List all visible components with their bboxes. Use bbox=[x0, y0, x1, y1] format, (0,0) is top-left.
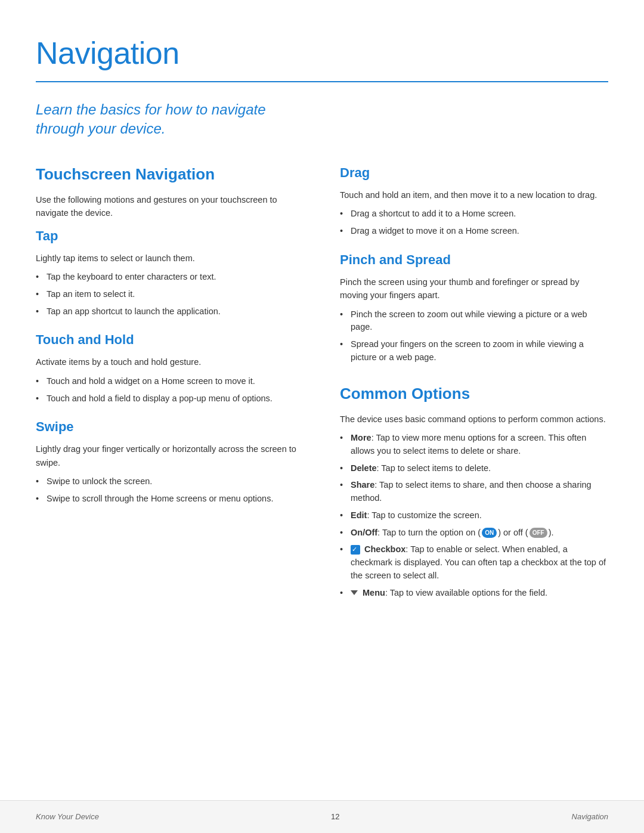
on-badge: ON bbox=[482, 528, 497, 538]
common-options-title: Common Options bbox=[340, 382, 608, 405]
drag-bullet-1: Drag a shortcut to add it to a Home scre… bbox=[340, 208, 608, 221]
common-option-more: More: Tap to view more menu options for … bbox=[340, 432, 608, 458]
drag-title: Drag bbox=[340, 163, 608, 182]
tap-bullet-3: Tap an app shortcut to launch the applic… bbox=[36, 305, 304, 318]
pinch-spread-description: Pinch the screen using your thumb and fo… bbox=[340, 275, 608, 302]
two-column-layout: Touchscreen Navigation Use the following… bbox=[36, 163, 608, 605]
drag-subsection: Drag Touch and hold an item, and then mo… bbox=[340, 163, 608, 238]
footer-page-number: 12 bbox=[331, 811, 339, 823]
intro-tagline: Learn the basics for how to navigate thr… bbox=[36, 100, 310, 139]
drag-bullet-2: Drag a widget to move it on a Home scree… bbox=[340, 225, 608, 238]
touch-hold-bullets: Touch and hold a widget on a Home screen… bbox=[36, 375, 304, 405]
tap-bullet-1: Tap the keyboard to enter characters or … bbox=[36, 271, 304, 284]
tap-bullet-2: Tap an item to select it. bbox=[36, 288, 304, 301]
touch-hold-bullet-1: Touch and hold a widget on a Home screen… bbox=[36, 375, 304, 388]
drag-description: Touch and hold an item, and then move it… bbox=[340, 188, 608, 202]
swipe-subsection: Swipe Lightly drag your finger verticall… bbox=[36, 417, 304, 505]
footer-right: Navigation bbox=[572, 811, 608, 823]
pinch-spread-subsection: Pinch and Spread Pinch the screen using … bbox=[340, 250, 608, 364]
swipe-bullets: Swipe to unlock the screen. Swipe to scr… bbox=[36, 475, 304, 506]
drag-bullets: Drag a shortcut to add it to a Home scre… bbox=[340, 208, 608, 238]
common-option-edit: Edit: Tap to customize the screen. bbox=[340, 509, 608, 522]
touch-hold-title: Touch and Hold bbox=[36, 330, 304, 349]
swipe-description: Lightly drag your finger vertically or h… bbox=[36, 442, 304, 469]
tap-subsection: Tap Lightly tap items to select or launc… bbox=[36, 226, 304, 318]
swipe-bullet-2: Swipe to scroll through the Home screens… bbox=[36, 493, 304, 506]
common-option-menu: Menu: Tap to view available options for … bbox=[340, 587, 608, 600]
common-options-section: Common Options The device uses basic com… bbox=[340, 382, 608, 600]
page-container: Navigation Learn the basics for how to n… bbox=[0, 0, 644, 652]
touch-hold-bullet-2: Touch and hold a field to display a pop-… bbox=[36, 392, 304, 405]
common-options-bullets: More: Tap to view more menu options for … bbox=[340, 432, 608, 599]
page-title: Navigation bbox=[36, 30, 608, 76]
left-column: Touchscreen Navigation Use the following… bbox=[36, 163, 304, 605]
pinch-spread-bullet-2: Spread your fingers on the screen to zoo… bbox=[340, 338, 608, 364]
common-options-description: The device uses basic command options to… bbox=[340, 413, 608, 426]
common-option-delete: Delete: Tap to select items to delete. bbox=[340, 462, 608, 475]
swipe-bullet-1: Swipe to unlock the screen. bbox=[36, 475, 304, 488]
tap-title: Tap bbox=[36, 226, 304, 246]
common-option-onoff: On/Off: Tap to turn the option on (ON) o… bbox=[340, 527, 608, 540]
touch-hold-description: Activate items by a touch and hold gestu… bbox=[36, 355, 304, 368]
touchscreen-nav-title: Touchscreen Navigation bbox=[36, 163, 304, 186]
off-badge: OFF bbox=[530, 528, 547, 538]
swipe-title: Swipe bbox=[36, 417, 304, 436]
touchscreen-nav-description: Use the following motions and gestures o… bbox=[36, 193, 304, 220]
right-column: Drag Touch and hold an item, and then mo… bbox=[340, 163, 608, 605]
pinch-spread-title: Pinch and Spread bbox=[340, 250, 608, 270]
title-divider bbox=[36, 81, 608, 82]
menu-term: Menu bbox=[363, 588, 385, 597]
menu-arrow-icon bbox=[351, 590, 358, 595]
tap-bullets: Tap the keyboard to enter characters or … bbox=[36, 271, 304, 318]
edit-term: Edit bbox=[351, 510, 367, 520]
checkbox-term: Checkbox bbox=[364, 544, 405, 554]
footer-left: Know Your Device bbox=[36, 811, 99, 823]
common-option-checkbox: Checkbox: Tap to enable or select. When … bbox=[340, 543, 608, 582]
page-footer: Know Your Device 12 Navigation bbox=[0, 800, 644, 833]
onoff-term: On/Off bbox=[351, 528, 377, 537]
pinch-spread-bullet-1: Pinch the screen to zoom out while viewi… bbox=[340, 308, 608, 335]
pinch-spread-bullets: Pinch the screen to zoom out while viewi… bbox=[340, 308, 608, 364]
touch-hold-subsection: Touch and Hold Activate items by a touch… bbox=[36, 330, 304, 405]
more-term: More bbox=[351, 433, 371, 442]
checkbox-icon bbox=[351, 545, 360, 555]
common-option-share: Share: Tap to select items to share, and… bbox=[340, 479, 608, 505]
delete-term: Delete bbox=[351, 463, 377, 473]
tap-description: Lightly tap items to select or launch th… bbox=[36, 252, 304, 265]
share-term: Share bbox=[351, 480, 374, 490]
